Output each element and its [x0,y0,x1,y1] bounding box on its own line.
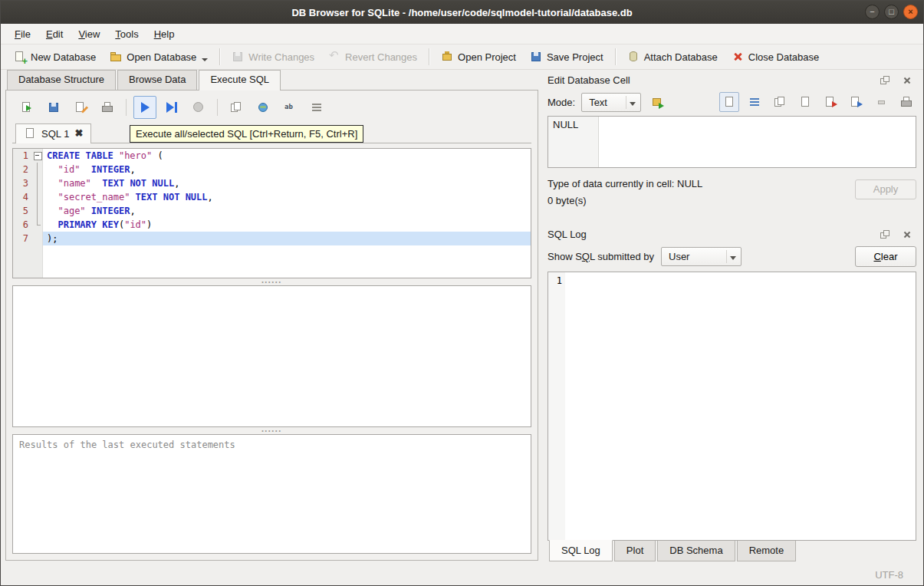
encoding-indicator[interactable]: UTF-8 [875,569,903,581]
print-cell-button[interactable] [896,92,916,112]
log-line-number: 1 [548,272,565,540]
token: "hero" [119,150,152,161]
open-sql-file-button[interactable] [15,96,38,119]
token: , [130,206,135,216]
tooltip: Execute all/selected SQL [Ctrl+Return, F… [130,125,363,143]
close-tab-icon[interactable]: ✖ [74,129,83,138]
menu-edit[interactable]: Edit [38,25,71,43]
apply-button[interactable]: Apply [855,179,916,199]
token: ); [47,233,58,244]
close-dock-button[interactable] [896,70,916,90]
line-number: 1 [13,149,32,163]
set-null-button[interactable] [871,92,891,112]
open-database-button[interactable]: Open Database [103,47,215,67]
import-data-button[interactable] [647,92,667,112]
open-project-button[interactable]: Open Project [434,47,523,67]
save-project-label: Save Project [547,51,603,63]
execute-current-line-icon [166,101,178,114]
import-cell-icon [824,96,837,108]
line-number: 6 [13,218,32,232]
token [86,206,91,216]
sql-editor[interactable]: 1CREATE TABLE "hero" (2 "id" INTEGER,3 "… [12,148,531,278]
sql-tab-label: SQL 1 [41,128,69,140]
float-dock-button[interactable] [874,224,894,244]
import-cell-button[interactable] [820,92,840,112]
close-dock-icon [901,74,912,86]
stop-execution-button[interactable] [187,96,210,119]
close-database-button[interactable]: Close Database [725,47,827,67]
cell-editor[interactable]: NULL [547,116,916,168]
title-bar[interactable]: DB Browser for SQLite - /home/user/code/… [1,1,923,24]
save-sql-file-button[interactable] [42,96,65,119]
window-title: DB Browser for SQLite - /home/user/code/… [291,7,632,18]
revert-changes-button[interactable]: Revert Changes [321,47,424,67]
tab-sql-log[interactable]: SQL Log [549,540,613,561]
float-dock-icon [879,74,890,86]
token [47,206,58,216]
window-controls: − □ × [865,5,918,19]
close-dock-button[interactable] [896,224,916,244]
edit-cell-header: Edit Database Cell [547,71,916,88]
mode-select[interactable]: Text [581,93,641,112]
minimize-button[interactable]: − [865,5,880,19]
tab-db-schema[interactable]: DB Schema [657,541,735,561]
copy-cell-button[interactable] [770,92,790,112]
line-number: 4 [13,190,32,204]
tab-plot[interactable]: Plot [614,541,656,561]
menu-tools[interactable]: Tools [107,25,146,43]
close-button[interactable]: × [903,5,918,19]
write-changes-button[interactable]: Write Changes [225,47,321,67]
code-text: "id" INTEGER, [43,163,531,176]
tab-execute-sql[interactable]: Execute SQL [199,70,281,91]
new-sql-tab-button[interactable] [225,96,248,119]
set-null-icon [875,96,887,108]
menu-help[interactable]: Help [146,25,182,43]
sql-log-area[interactable]: 1 [547,272,916,541]
print-cell-icon [900,96,912,108]
execute-current-line-button[interactable] [160,96,183,119]
execute-all-button[interactable] [133,96,156,119]
mode-label: Mode: [547,97,575,108]
menu-file[interactable]: File [7,25,38,43]
token [47,192,58,202]
cell-editor-text-area[interactable] [599,117,916,167]
save-project-button[interactable]: Save Project [523,47,610,67]
export-cell-icon [850,96,862,108]
app-window: DB Browser for SQLite - /home/user/code/… [0,0,924,586]
fold-margin [32,232,43,245]
auto-format-button[interactable] [305,96,328,119]
token: , [130,164,135,175]
word-wrap-button[interactable] [745,92,765,112]
print-sql-button[interactable] [96,96,119,119]
fold-margin[interactable] [32,149,43,163]
execute-all-icon [139,101,151,114]
export-cell-button[interactable] [846,92,866,112]
splitter-handle[interactable] [12,278,531,285]
tab-remote[interactable]: Remote [737,541,797,561]
tab-database-structure[interactable]: Database Structure [7,70,116,90]
line-number-margin [13,245,32,278]
text-mode-button[interactable] [719,92,739,112]
menu-view[interactable]: View [71,25,107,43]
sql-tab-sql1[interactable]: SQL 1 ✖ [15,123,91,143]
maximize-button[interactable]: □ [884,5,899,19]
mode-value: Text [589,97,607,108]
attach-database-button[interactable]: Attach Database [620,47,725,67]
splitter-handle[interactable] [12,427,531,434]
results-table-area[interactable] [12,285,531,427]
token: "id" [124,219,146,230]
open-in-browser-button[interactable] [252,96,275,119]
save-sql-file-as-button[interactable] [69,96,92,119]
word-wrap-icon [748,96,761,108]
token: "name" [58,178,90,189]
new-database-button[interactable]: New Database [7,47,103,67]
float-dock-button[interactable] [874,70,894,90]
open-sql-file-icon [21,101,33,114]
log-filter-select[interactable]: User [661,247,742,266]
find-replace-button[interactable] [278,96,301,119]
write-changes-icon [232,51,244,63]
open-project-icon [441,51,453,63]
paste-cell-button[interactable] [795,92,815,112]
tab-browse-data[interactable]: Browse Data [117,70,197,90]
clear-log-button[interactable]: Clear [855,246,916,267]
